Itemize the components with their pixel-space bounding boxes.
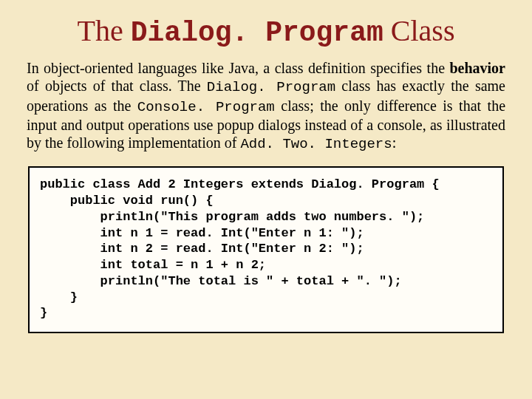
- title-mono: Dialog. Program: [131, 17, 383, 49]
- body-mono-dialogprogram: Dialog. Program: [207, 79, 335, 95]
- body-mono-consoleprogram: Console. Program: [137, 99, 275, 115]
- body-t5: :: [392, 134, 397, 151]
- title-text-post: Class: [383, 14, 455, 47]
- slide-title: The Dialog. Program Class: [27, 13, 505, 49]
- slide: The Dialog. Program Class In object-orie…: [0, 0, 532, 399]
- body-t1: In object-oriented languages like Java, …: [27, 60, 449, 76]
- body-mono-addtwointegers: Add. Two. Integers: [240, 136, 392, 152]
- body-bold-behavior: behavior: [449, 60, 505, 76]
- code-box: public class Add 2 Integers extends Dial…: [28, 166, 504, 333]
- body-paragraph: In object-oriented languages like Java, …: [27, 59, 505, 153]
- title-text-pre: The: [78, 14, 131, 47]
- code-block: public class Add 2 Integers extends Dial…: [40, 177, 492, 321]
- body-t2: of objects of that class. The: [27, 78, 207, 94]
